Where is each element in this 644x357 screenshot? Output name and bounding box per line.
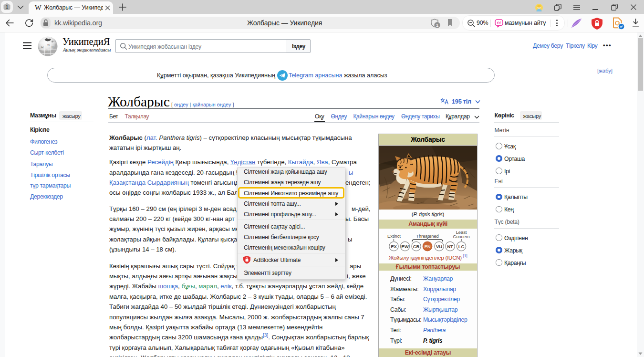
svg-text:И: И bbox=[52, 46, 54, 49]
svg-text:W: W bbox=[47, 43, 50, 46]
svg-text:VU: VU bbox=[436, 244, 442, 249]
svg-text:Concern: Concern bbox=[453, 234, 469, 239]
svg-text:EX: EX bbox=[391, 244, 397, 249]
svg-text:1: 1 bbox=[6, 4, 9, 10]
svg-text:Ω: Ω bbox=[41, 45, 43, 49]
svg-text:Extinct: Extinct bbox=[387, 234, 401, 239]
svg-text:字: 字 bbox=[45, 49, 48, 52]
svg-text:1: 1 bbox=[436, 23, 438, 28]
svg-text:EW: EW bbox=[401, 244, 408, 249]
svg-text:NT: NT bbox=[447, 244, 453, 249]
svg-text:CR: CR bbox=[413, 244, 420, 249]
svg-text:LC: LC bbox=[458, 244, 465, 249]
svg-text:EN: EN bbox=[424, 244, 430, 249]
